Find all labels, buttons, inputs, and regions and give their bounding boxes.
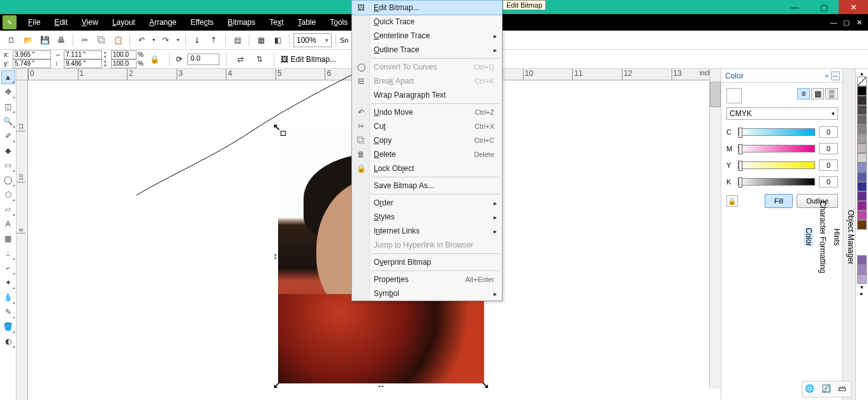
table-tool[interactable]: ▦ [1,232,15,246]
height-spinner[interactable]: ▲▼ [103,59,107,68]
cm-overprint-bitmap[interactable]: Overprint Bitmap [352,255,502,269]
swatch[interactable] [857,172,867,182]
swatch-black[interactable] [857,86,867,96]
tab-color[interactable]: Color [804,228,813,246]
swatch[interactable] [857,153,867,163]
interactive-fill-tool[interactable]: ◐ [1,334,15,348]
fill-button[interactable]: Fill [765,194,793,208]
handle-bottom-right[interactable]: ↘ [482,381,489,389]
handle-bottom-left[interactable]: ↙ [273,381,281,389]
swatch[interactable] [857,115,867,124]
swatch[interactable] [857,163,867,172]
print-icon[interactable]: 🖶 [54,33,69,48]
menu-arrange[interactable]: Arrange [143,15,183,29]
menu-table[interactable]: Table [291,15,323,29]
minimize-button[interactable]: — [780,0,809,14]
docker-expand-icon[interactable]: » [825,72,828,79]
outline-tool[interactable]: ✎ [1,305,15,319]
magenta-slider[interactable] [738,145,815,152]
menu-tools[interactable]: Tools [323,15,354,29]
menu-file[interactable]: File [22,15,47,29]
open-icon[interactable]: 📂 [20,33,36,48]
app-icon[interactable]: ✎ [3,15,17,29]
cm-save-bitmap-as[interactable]: Save Bitmap As... [352,179,502,193]
menu-text[interactable]: Text [263,15,290,29]
pick-tool[interactable]: ▲ [1,70,15,84]
cm-centerline-trace[interactable]: Centerline Trace▸ [352,29,502,43]
cm-internet-links[interactable]: Internet Links▸ [352,224,502,238]
freehand-tool[interactable]: ✐ [1,129,15,143]
basic-shapes-tool[interactable]: ▱ [1,202,15,216]
tab-hints[interactable]: Hints [832,228,841,246]
vertical-ruler[interactable]: 12108 [17,80,28,400]
save-icon[interactable]: 💾 [37,33,52,48]
doc-close-icon[interactable]: ✕ [854,19,864,27]
magenta-value[interactable]: 0 [819,143,838,154]
rotation-input[interactable]: 0.0 [188,54,219,65]
cyan-slider[interactable] [738,128,815,136]
copy-icon[interactable]: ⿻ [94,33,109,48]
doc-minimize-icon[interactable]: — [828,19,839,27]
cm-symbol[interactable]: Symbol▸ [352,286,502,300]
scale-x-input[interactable]: 100.0 [111,50,136,59]
black-slider[interactable] [738,178,815,186]
ellipse-tool[interactable]: ◯ [1,173,15,187]
handle-top-left[interactable]: ↖ [273,123,281,131]
width-input[interactable]: 7.111 " [64,50,102,59]
cm-properties[interactable]: PropertiesAlt+Enter [352,272,502,286]
palette-flyout-icon[interactable]: ▸ [860,290,864,297]
menu-layout[interactable]: Layout [106,15,142,29]
interactive-tool[interactable]: ✦ [1,276,15,290]
swatch[interactable] [857,124,867,134]
color-lock-icon[interactable]: 🔒 [726,195,738,207]
redo-icon[interactable]: ↷ [158,33,173,48]
undo-dropdown-icon[interactable]: ▾ [151,33,157,48]
outline-button[interactable]: Outline [797,194,838,208]
palette-scroll-up[interactable]: ▴ [860,70,864,77]
scale-y-input[interactable]: 100.0 [111,59,136,68]
color-model-combo[interactable]: CMYK [726,107,838,120]
cm-copy[interactable]: ⿻CopyCtrl+C [352,133,502,147]
tray-refresh-icon[interactable]: 🔄 [821,384,832,394]
cm-styles[interactable]: Styles▸ [352,210,502,224]
swatch[interactable] [857,274,867,284]
swatch[interactable] [857,134,867,144]
yellow-slider[interactable] [738,161,815,169]
mirror-h-icon[interactable]: ⇄ [233,52,248,67]
close-button[interactable]: ✕ [839,0,868,14]
cm-edit-bitmap[interactable]: 🖼Edit Bitmap... [352,1,502,15]
swatch-no-fill[interactable] [857,77,867,86]
welcome-icon[interactable]: ◧ [270,33,285,48]
edit-bitmap-button[interactable]: 🖼 Edit Bitmap... [281,55,336,64]
menu-edit[interactable]: Edit [48,15,74,29]
y-input[interactable]: 5.749 " [13,59,51,68]
app-launcher-icon[interactable]: ▦ [253,33,268,48]
tray-web-icon[interactable]: 🌐 [805,384,815,394]
cm-delete[interactable]: 🗑DeleteDelete [352,147,502,161]
publish-pdf-icon[interactable]: ▤ [230,33,245,48]
docker-collapse-button[interactable]: — [831,71,840,80]
swatch[interactable] [857,105,867,115]
cm-lock-object[interactable]: 🔒Lock Object [352,161,502,175]
swatch[interactable] [857,201,867,211]
cm-outline-trace[interactable]: Outline Trace▸ [352,43,502,57]
cm-cut[interactable]: ✂CutCtrl+X [352,119,502,133]
menu-effects[interactable]: Effects [184,15,220,29]
redo-dropdown-icon[interactable]: ▾ [175,33,181,48]
cm-undo-move[interactable]: ↶Undo MoveCtrl+Z [352,105,502,119]
menu-bitmaps[interactable]: Bitmaps [221,15,261,29]
eyedropper-tool[interactable]: 💧 [1,290,15,304]
rectangle-tool[interactable]: ▭ [1,158,15,172]
tray-content-icon[interactable]: 🗃 [838,384,848,394]
color-palettes-tab[interactable]: ▒ [825,88,838,100]
lock-ratio-icon[interactable]: 🔒 [147,52,163,67]
cm-wrap-paragraph-text[interactable]: Wrap Paragraph Text [352,88,502,102]
import-icon[interactable]: ⤓ [189,33,205,48]
vertical-scrollbar[interactable] [709,69,721,389]
swatch[interactable] [857,191,867,201]
height-input[interactable]: 9.486 " [64,59,102,68]
swatch[interactable] [857,144,867,153]
cm-quick-trace[interactable]: Quick Trace [352,15,502,29]
handle-bottom[interactable]: ↔ [378,382,385,390]
paste-icon[interactable]: 📋 [110,33,126,48]
